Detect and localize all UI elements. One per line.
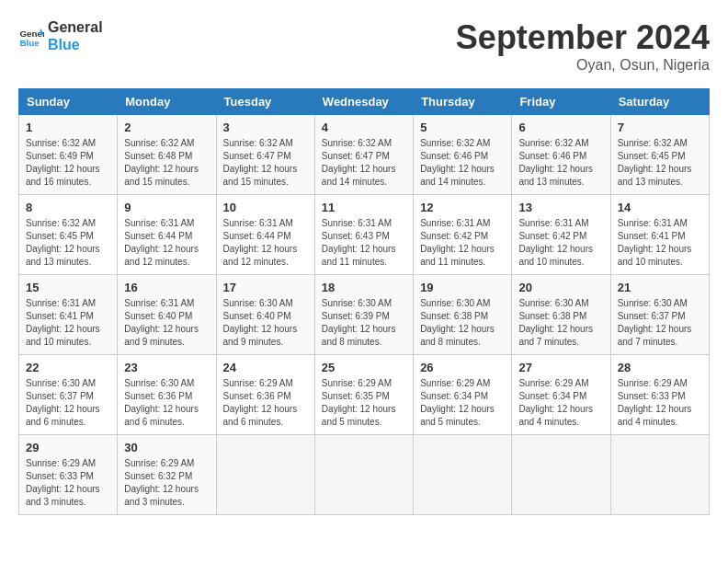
day-info: Sunrise: 6:30 AM Sunset: 6:40 PM Dayligh… [223, 297, 308, 349]
day-number: 25 [322, 361, 406, 374]
calendar-week-5: 29Sunrise: 6:29 AM Sunset: 6:33 PM Dayli… [19, 435, 710, 515]
day-header-tuesday: Tuesday [216, 89, 314, 115]
calendar-cell: 7Sunrise: 6:32 AM Sunset: 6:45 PM Daylig… [610, 115, 709, 195]
day-number: 1 [26, 121, 110, 134]
calendar-cell: 10Sunrise: 6:31 AM Sunset: 6:44 PM Dayli… [216, 195, 314, 275]
day-info: Sunrise: 6:30 AM Sunset: 6:39 PM Dayligh… [322, 297, 406, 349]
day-number: 19 [420, 281, 505, 294]
calendar-cell: 28Sunrise: 6:29 AM Sunset: 6:33 PM Dayli… [610, 355, 709, 435]
calendar-cell: 13Sunrise: 6:31 AM Sunset: 6:42 PM Dayli… [512, 195, 610, 275]
calendar-header-row: SundayMondayTuesdayWednesdayThursdayFrid… [19, 89, 710, 115]
calendar-cell: 25Sunrise: 6:29 AM Sunset: 6:35 PM Dayli… [314, 355, 413, 435]
calendar-cell: 24Sunrise: 6:29 AM Sunset: 6:36 PM Dayli… [216, 355, 314, 435]
calendar-cell: 26Sunrise: 6:29 AM Sunset: 6:34 PM Dayli… [414, 355, 512, 435]
calendar-cell: 19Sunrise: 6:30 AM Sunset: 6:38 PM Dayli… [414, 275, 512, 355]
calendar-table: SundayMondayTuesdayWednesdayThursdayFrid… [18, 88, 710, 515]
day-info: Sunrise: 6:29 AM Sunset: 6:34 PM Dayligh… [518, 377, 603, 429]
day-number: 27 [518, 361, 603, 374]
page-header: General Blue General Blue September 2024… [18, 18, 710, 74]
day-number: 28 [618, 361, 702, 374]
day-number: 24 [223, 361, 308, 374]
calendar-cell: 6Sunrise: 6:32 AM Sunset: 6:46 PM Daylig… [512, 115, 610, 195]
calendar-cell: 14Sunrise: 6:31 AM Sunset: 6:41 PM Dayli… [610, 195, 709, 275]
day-info: Sunrise: 6:32 AM Sunset: 6:46 PM Dayligh… [420, 137, 505, 189]
day-number: 5 [420, 121, 505, 134]
day-info: Sunrise: 6:32 AM Sunset: 6:49 PM Dayligh… [26, 137, 110, 189]
day-info: Sunrise: 6:31 AM Sunset: 6:43 PM Dayligh… [322, 217, 406, 269]
day-info: Sunrise: 6:30 AM Sunset: 6:38 PM Dayligh… [420, 297, 505, 349]
day-number: 11 [322, 201, 406, 214]
calendar-week-2: 8Sunrise: 6:32 AM Sunset: 6:45 PM Daylig… [19, 195, 710, 275]
calendar-cell [414, 435, 512, 515]
day-number: 18 [322, 281, 406, 294]
day-number: 26 [420, 361, 505, 374]
day-number: 2 [124, 121, 209, 134]
calendar-week-3: 15Sunrise: 6:31 AM Sunset: 6:41 PM Dayli… [19, 275, 710, 355]
day-number: 6 [518, 121, 603, 134]
day-header-monday: Monday [118, 89, 216, 115]
day-number: 14 [618, 201, 702, 214]
calendar-cell: 17Sunrise: 6:30 AM Sunset: 6:40 PM Dayli… [216, 275, 314, 355]
day-header-wednesday: Wednesday [314, 89, 413, 115]
calendar-cell: 23Sunrise: 6:30 AM Sunset: 6:36 PM Dayli… [118, 355, 216, 435]
calendar-cell: 3Sunrise: 6:32 AM Sunset: 6:47 PM Daylig… [216, 115, 314, 195]
calendar-cell: 12Sunrise: 6:31 AM Sunset: 6:42 PM Dayli… [414, 195, 512, 275]
day-number: 13 [518, 201, 603, 214]
day-number: 12 [420, 201, 505, 214]
day-info: Sunrise: 6:32 AM Sunset: 6:45 PM Dayligh… [26, 217, 110, 269]
calendar-cell: 18Sunrise: 6:30 AM Sunset: 6:39 PM Dayli… [314, 275, 413, 355]
calendar-cell: 16Sunrise: 6:31 AM Sunset: 6:40 PM Dayli… [118, 275, 216, 355]
day-info: Sunrise: 6:31 AM Sunset: 6:44 PM Dayligh… [223, 217, 308, 269]
day-number: 30 [124, 441, 209, 454]
calendar-cell: 8Sunrise: 6:32 AM Sunset: 6:45 PM Daylig… [19, 195, 118, 275]
calendar-cell: 11Sunrise: 6:31 AM Sunset: 6:43 PM Dayli… [314, 195, 413, 275]
calendar-cell: 9Sunrise: 6:31 AM Sunset: 6:44 PM Daylig… [118, 195, 216, 275]
day-number: 8 [26, 201, 110, 214]
calendar-cell: 30Sunrise: 6:29 AM Sunset: 6:32 PM Dayli… [118, 435, 216, 515]
logo-line1: General [48, 18, 103, 36]
day-number: 29 [26, 441, 110, 454]
day-number: 9 [124, 201, 209, 214]
calendar-cell: 2Sunrise: 6:32 AM Sunset: 6:48 PM Daylig… [118, 115, 216, 195]
calendar-cell: 29Sunrise: 6:29 AM Sunset: 6:33 PM Dayli… [19, 435, 118, 515]
day-info: Sunrise: 6:30 AM Sunset: 6:38 PM Dayligh… [518, 297, 603, 349]
month-title: September 2024 [456, 18, 710, 57]
calendar-cell: 22Sunrise: 6:30 AM Sunset: 6:37 PM Dayli… [19, 355, 118, 435]
day-info: Sunrise: 6:32 AM Sunset: 6:47 PM Dayligh… [223, 137, 308, 189]
day-number: 4 [322, 121, 406, 134]
day-number: 20 [518, 281, 603, 294]
day-info: Sunrise: 6:31 AM Sunset: 6:41 PM Dayligh… [618, 217, 702, 269]
logo-icon: General Blue [18, 23, 44, 49]
calendar-cell [512, 435, 610, 515]
day-info: Sunrise: 6:31 AM Sunset: 6:42 PM Dayligh… [518, 217, 603, 269]
location: Oyan, Osun, Nigeria [456, 57, 710, 74]
day-number: 17 [223, 281, 308, 294]
day-info: Sunrise: 6:31 AM Sunset: 6:41 PM Dayligh… [26, 297, 110, 349]
day-info: Sunrise: 6:29 AM Sunset: 6:33 PM Dayligh… [618, 377, 702, 429]
day-header-saturday: Saturday [610, 89, 709, 115]
day-info: Sunrise: 6:30 AM Sunset: 6:37 PM Dayligh… [618, 297, 702, 349]
day-info: Sunrise: 6:29 AM Sunset: 6:32 PM Dayligh… [124, 457, 209, 509]
day-header-thursday: Thursday [414, 89, 512, 115]
day-info: Sunrise: 6:31 AM Sunset: 6:42 PM Dayligh… [420, 217, 505, 269]
day-number: 21 [618, 281, 702, 294]
day-number: 15 [26, 281, 110, 294]
day-info: Sunrise: 6:32 AM Sunset: 6:45 PM Dayligh… [618, 137, 702, 189]
logo: General Blue General Blue [18, 18, 103, 53]
day-info: Sunrise: 6:29 AM Sunset: 6:34 PM Dayligh… [420, 377, 505, 429]
day-info: Sunrise: 6:32 AM Sunset: 6:47 PM Dayligh… [322, 137, 406, 189]
calendar-cell: 5Sunrise: 6:32 AM Sunset: 6:46 PM Daylig… [414, 115, 512, 195]
calendar-cell: 20Sunrise: 6:30 AM Sunset: 6:38 PM Dayli… [512, 275, 610, 355]
day-info: Sunrise: 6:30 AM Sunset: 6:36 PM Dayligh… [124, 377, 209, 429]
day-info: Sunrise: 6:32 AM Sunset: 6:46 PM Dayligh… [518, 137, 603, 189]
day-info: Sunrise: 6:32 AM Sunset: 6:48 PM Dayligh… [124, 137, 209, 189]
day-info: Sunrise: 6:29 AM Sunset: 6:36 PM Dayligh… [223, 377, 308, 429]
day-number: 10 [223, 201, 308, 214]
svg-text:Blue: Blue [19, 38, 40, 48]
calendar-cell: 4Sunrise: 6:32 AM Sunset: 6:47 PM Daylig… [314, 115, 413, 195]
day-number: 23 [124, 361, 209, 374]
day-header-friday: Friday [512, 89, 610, 115]
day-info: Sunrise: 6:31 AM Sunset: 6:40 PM Dayligh… [124, 297, 209, 349]
day-number: 16 [124, 281, 209, 294]
day-header-sunday: Sunday [19, 89, 118, 115]
